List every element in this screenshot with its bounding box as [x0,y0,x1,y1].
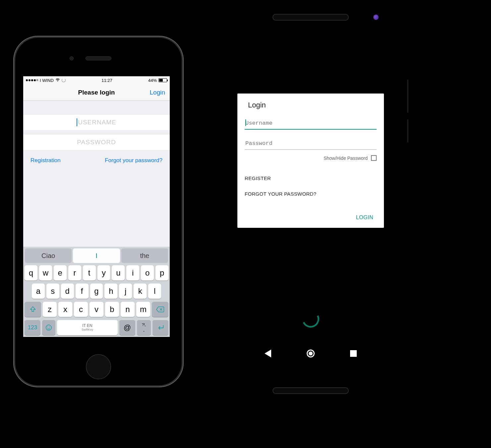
key-z[interactable]: z [43,302,57,317]
suggestion-3[interactable]: the [121,248,168,263]
password-field-el[interactable] [245,138,377,150]
key-q[interactable]: q [25,265,37,281]
key-f[interactable]: f [76,284,89,299]
iphone-device: I WIND 11:27 44% Please login Login U [13,36,184,387]
android-speaker-bottom [273,387,349,394]
key-d[interactable]: d [61,284,74,299]
key-l[interactable]: l [148,284,161,299]
key-u[interactable]: u [112,265,125,281]
key-c[interactable]: c [74,302,88,317]
key-w[interactable]: w [39,265,52,281]
key-123[interactable]: 123 [25,320,40,335]
battery-icon [158,78,167,82]
show-hide-label: Show/Hide Password [324,156,368,161]
username-input[interactable] [245,118,377,130]
ios-status-bar: I WIND 11:27 44% [23,76,170,84]
forgot-password-button[interactable]: FORGOT YOUR PASSWORD? [245,188,377,200]
status-time: 11:27 [101,78,112,83]
android-volume-button[interactable] [407,80,408,113]
svg-point-0 [46,325,52,331]
key-r[interactable]: r [68,265,81,281]
nav-home-icon[interactable] [307,350,315,357]
login-button[interactable]: Login [150,89,165,96]
emoji-icon [45,324,52,331]
iphone-home-button[interactable] [86,354,111,379]
key-g[interactable]: g [90,284,103,299]
keyboard-row-1: q w e r t y u i o p [25,265,168,281]
punct-top: ?!, [142,323,146,327]
shift-icon [29,306,36,313]
keyboard-suggestions: Ciao I the [25,248,168,263]
key-backspace[interactable] [152,302,168,317]
key-space[interactable]: IT EN SwiftKey [57,320,118,335]
username-input[interactable]: USERNAME [23,115,170,130]
registration-link[interactable]: Registration [31,157,61,164]
backspace-icon [156,306,164,313]
suggestion-2[interactable]: I [73,248,120,263]
svg-point-2 [49,327,50,327]
android-power-button[interactable] [407,119,408,143]
key-i[interactable]: i [126,265,139,281]
key-y[interactable]: y [97,265,110,281]
ios-login-form: USERNAME PASSWORD Registration Forgot yo… [23,115,170,164]
key-n[interactable]: n [121,302,135,317]
show-hide-password[interactable]: Show/Hide Password [245,155,377,161]
iphone-front-camera [70,56,74,60]
wifi-icon [55,78,60,83]
register-button[interactable]: REGISTER [245,172,377,184]
key-h[interactable]: h [104,284,117,299]
key-emoji[interactable] [42,320,55,335]
checkbox-icon[interactable] [371,155,377,161]
android-login-dialog: Login Show/Hide Password REGISTER FORGOT… [237,94,384,228]
key-o[interactable]: o [141,265,154,281]
password-placeholder: PASSWORD [77,139,116,146]
key-j[interactable]: j [119,284,132,299]
punct-bot: . [143,327,145,333]
keyboard-row-3: z x c v b n m [25,302,168,317]
key-t[interactable]: t [83,265,96,281]
space-brand-label: SwiftKey [82,328,93,332]
android-speaker-top [273,14,349,21]
key-v[interactable]: v [90,302,103,317]
forgot-password-link[interactable]: Forgot your password? [105,157,162,164]
space-lang-label: IT EN [82,324,92,328]
page-title: Please login [78,89,115,96]
android-nav-bar [227,350,395,357]
key-return[interactable] [153,320,168,335]
android-front-camera [373,15,379,20]
keyboard-row-2: a s d f g h j k l [25,284,168,299]
signal-icon [26,79,38,81]
key-m[interactable]: m [136,302,150,317]
password-input[interactable]: PASSWORD [23,135,170,150]
svg-point-1 [47,327,48,327]
key-b[interactable]: b [105,302,119,317]
carrier-label: I WIND [40,78,54,83]
key-k[interactable]: k [134,284,147,299]
nav-back-icon[interactable] [265,350,271,357]
battery-percent: 44% [148,78,157,83]
key-punct[interactable]: ?!, . [137,320,151,335]
key-a[interactable]: a [32,284,45,299]
ios-nav-bar: Please login Login [23,84,170,101]
key-e[interactable]: e [54,265,67,281]
dialog-title: Login [245,101,377,118]
login-button[interactable]: LOGIN [353,212,377,223]
key-s[interactable]: s [46,284,59,299]
text-caret [245,119,246,126]
suggestion-1[interactable]: Ciao [25,248,72,263]
return-icon [156,324,165,331]
iphone-screen: I WIND 11:27 44% Please login Login U [23,76,170,337]
text-caret [77,118,77,126]
loading-spinner-icon [300,308,322,330]
key-shift[interactable] [25,302,41,317]
nav-recent-icon[interactable] [350,350,357,357]
username-field-el[interactable] [245,118,377,130]
iphone-speaker [86,56,111,60]
key-p[interactable]: p [155,265,168,281]
key-at[interactable]: @ [119,320,135,335]
password-input[interactable] [245,138,377,150]
ios-keyboard: Ciao I the q w e r t y u i o p a s d f [23,247,170,337]
key-x[interactable]: x [58,302,72,317]
android-device: Login Show/Hide Password REGISTER FORGOT… [214,0,407,403]
username-placeholder: USERNAME [78,119,116,126]
